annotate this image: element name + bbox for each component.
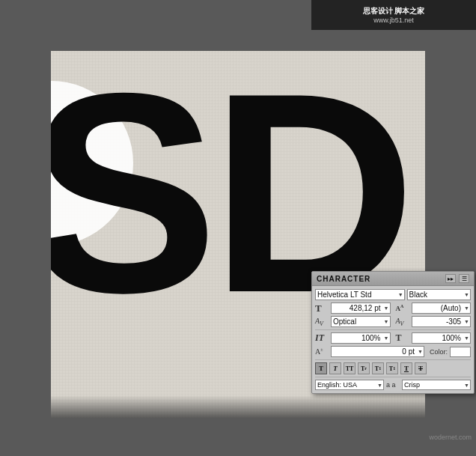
character-panel: CHARACTER ▸▸ ☰ Helvetica LT Std Black <box>311 271 475 394</box>
panel-divider-1 <box>315 329 471 330</box>
color-label: Color: <box>430 348 448 356</box>
watermark-line2: www.jb51.net <box>373 16 414 24</box>
tracking-label: AV <box>396 317 409 327</box>
format-super-button[interactable]: T1 <box>372 362 384 374</box>
format-strikethrough-button[interactable]: T <box>415 362 427 374</box>
size-input-wrapper[interactable] <box>331 303 391 314</box>
kerning-label: AV <box>315 317 329 327</box>
format-buttons-row: T T TT Tr T1 T1 T T <box>315 362 471 374</box>
antialiasing-select-wrapper[interactable]: Crisp <box>402 380 471 390</box>
canvas-bottom-gradient <box>51 395 425 418</box>
size-icon: T <box>315 303 329 313</box>
size-leading-row: T AA <box>315 303 471 314</box>
baseline-input-wrapper[interactable] <box>331 346 424 357</box>
antialiasing-select[interactable]: Crisp <box>402 380 471 390</box>
font-family-select[interactable]: Helvetica LT Std <box>315 289 405 300</box>
panel-divider-3 <box>315 377 471 377</box>
baseline-icon: A± <box>315 347 329 356</box>
font-style-select[interactable]: Black <box>407 289 471 300</box>
kerning-type-select[interactable]: Optical <box>331 316 391 327</box>
language-row: English: USA a a Crisp <box>315 380 471 390</box>
leading-input[interactable] <box>412 303 472 314</box>
font-family-wrapper[interactable]: Helvetica LT Std <box>315 289 405 300</box>
horizontal-scale-wrapper[interactable] <box>412 332 472 344</box>
leading-input-wrapper[interactable] <box>412 303 472 314</box>
watermark-bar: 思客设计 脚本之家 www.jb51.net <box>311 0 476 30</box>
bottom-watermark: wodernet.com <box>429 434 472 441</box>
horizontal-scale-input[interactable] <box>412 332 472 344</box>
panel-divider-2 <box>315 359 471 360</box>
canvas-area: 思客设计 脚本之家 www.jb51.net SD CHARACTER ▸▸ ☰… <box>0 0 476 456</box>
font-row: Helvetica LT Std Black <box>315 289 471 300</box>
vertical-scale-wrapper[interactable] <box>331 332 391 344</box>
format-sub-button[interactable]: T1 <box>386 362 398 374</box>
panel-body: Helvetica LT Std Black T AA <box>312 286 474 393</box>
panel-menu-icon[interactable]: ☰ <box>459 274 469 283</box>
baseline-input[interactable] <box>331 346 424 357</box>
language-select[interactable]: English: USA <box>315 380 384 390</box>
tracking-input[interactable] <box>412 316 472 327</box>
format-smallcaps-button[interactable]: Tr <box>358 362 370 374</box>
watermark-line1: 思客设计 脚本之家 <box>363 6 425 16</box>
format-underline-button[interactable]: T <box>400 362 412 374</box>
kerning-type-wrapper[interactable]: Optical <box>331 316 391 327</box>
font-style-wrapper[interactable]: Black <box>407 289 471 300</box>
color-swatch[interactable] <box>450 347 471 357</box>
horizontal-scale-icon: T <box>396 332 409 344</box>
panel-header-icons: ▸▸ ☰ <box>445 274 469 283</box>
aa-label: a a <box>386 381 400 389</box>
vertical-scale-input[interactable] <box>331 332 391 344</box>
kerning-row: AV Optical AV <box>315 316 471 327</box>
leading-icon: AA <box>396 304 409 312</box>
size-input[interactable] <box>331 303 391 314</box>
vertical-scale-icon: IT <box>315 332 329 344</box>
panel-header: CHARACTER ▸▸ ☰ <box>312 272 474 286</box>
baseline-color-row: A± Color: <box>315 346 471 357</box>
language-select-wrapper[interactable]: English: USA <box>315 380 384 390</box>
tracking-input-wrapper[interactable] <box>412 316 472 327</box>
panel-title: CHARACTER <box>317 275 370 283</box>
format-bold-button[interactable]: T <box>315 362 327 374</box>
format-allcaps-button[interactable]: TT <box>344 362 356 374</box>
panel-collapse-icon[interactable]: ▸▸ <box>445 274 456 283</box>
scale-row: IT T <box>315 332 471 344</box>
format-italic-button[interactable]: T <box>329 362 341 374</box>
